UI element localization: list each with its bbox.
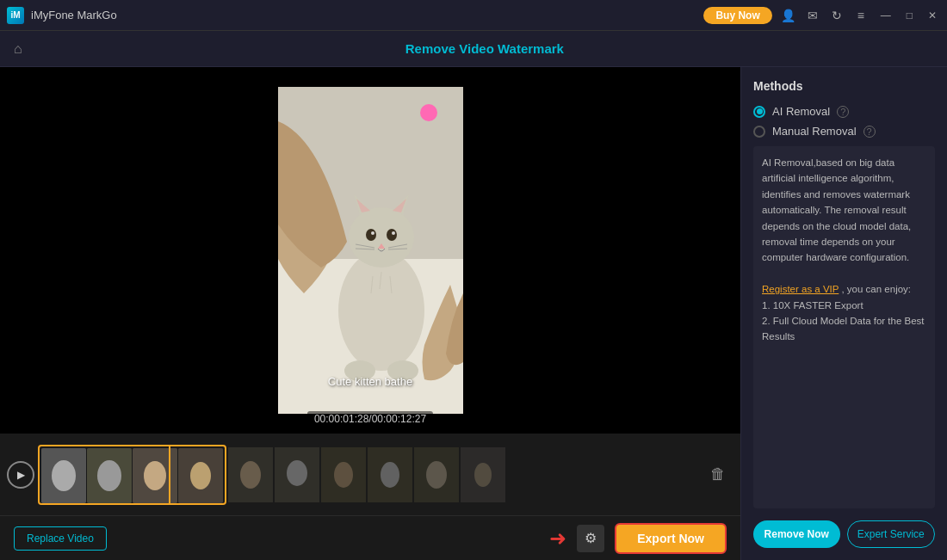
svg-point-37 bbox=[334, 462, 353, 488]
description-text: AI Removal,based on big data artificial … bbox=[762, 157, 911, 262]
app-title: iMyFone MarkGo bbox=[31, 9, 117, 22]
svg-point-10 bbox=[387, 229, 397, 241]
thumbnail-9 bbox=[414, 447, 459, 502]
svg-point-11 bbox=[371, 231, 374, 235]
arrow-icon: ➜ bbox=[549, 526, 566, 551]
title-bar: iM iMyFone MarkGo Buy Now 👤 ✉ ↻ ≡ — □ ✕ bbox=[0, 0, 947, 31]
svg-point-29 bbox=[144, 461, 166, 490]
thumbnail-10 bbox=[461, 447, 505, 502]
vip-suffix: , you can enjoy: bbox=[841, 284, 911, 294]
thumbnail-6 bbox=[275, 447, 319, 502]
export-now-button[interactable]: Export Now bbox=[615, 523, 727, 554]
video-content bbox=[278, 87, 463, 414]
title-bar-right: Buy Now 👤 ✉ ↻ ≡ — □ ✕ bbox=[703, 7, 940, 24]
video-preview: Cute kitten bathe 00:00:01:28/00:00:12:2… bbox=[0, 67, 740, 434]
bottom-right: ➜ ⚙ Export Now bbox=[549, 523, 727, 554]
description-box: AI Removal,based on big data artificial … bbox=[753, 146, 935, 508]
expert-service-button[interactable]: Expert Service bbox=[847, 520, 936, 548]
vip-benefit-1: 1. 10X FASTER Export bbox=[762, 300, 863, 311]
ai-removal-info-icon[interactable]: ? bbox=[837, 106, 849, 118]
home-icon[interactable]: ⌂ bbox=[14, 41, 22, 57]
title-bar-left: iM iMyFone MarkGo bbox=[7, 7, 117, 24]
maximize-button[interactable]: □ bbox=[903, 8, 916, 23]
svg-point-41 bbox=[426, 461, 447, 489]
delete-button[interactable]: 🗑 bbox=[703, 459, 733, 490]
svg-point-25 bbox=[52, 460, 76, 491]
ai-removal-label: AI Removal bbox=[772, 105, 830, 118]
thumbnail-3 bbox=[133, 448, 177, 503]
menu-icon[interactable]: ≡ bbox=[853, 9, 869, 22]
video-watermark-text: Cute kitten bathe bbox=[328, 375, 412, 388]
ai-removal-radio[interactable] bbox=[753, 106, 765, 118]
svg-point-12 bbox=[392, 231, 395, 235]
svg-point-4 bbox=[349, 207, 414, 268]
main-content: Cute kitten bathe 00:00:01:28/00:00:12:2… bbox=[0, 67, 947, 560]
user-icon[interactable]: 👤 bbox=[781, 9, 796, 22]
action-buttons: Remove Now Expert Service bbox=[753, 520, 935, 548]
close-button[interactable]: ✕ bbox=[925, 8, 940, 23]
svg-point-39 bbox=[381, 462, 399, 488]
timeline-area: ▶ bbox=[0, 434, 740, 515]
svg-point-43 bbox=[474, 463, 492, 487]
thumbnail-1 bbox=[41, 448, 86, 503]
settings-button[interactable]: ⚙ bbox=[577, 525, 604, 552]
svg-point-31 bbox=[190, 462, 211, 489]
left-panel: Cute kitten bathe 00:00:01:28/00:00:12:2… bbox=[0, 67, 740, 560]
svg-point-27 bbox=[97, 460, 121, 491]
right-panel: Methods AI Removal ? Manual Removal ? AI… bbox=[740, 67, 947, 560]
svg-point-35 bbox=[287, 460, 307, 486]
vip-link[interactable]: Register as a VIP bbox=[762, 284, 839, 294]
buy-now-button[interactable]: Buy Now bbox=[703, 7, 771, 24]
manual-removal-radio[interactable] bbox=[753, 126, 765, 138]
svg-point-23 bbox=[420, 104, 437, 121]
methods-title: Methods bbox=[753, 79, 935, 93]
ai-removal-option[interactable]: AI Removal ? bbox=[753, 105, 935, 118]
manual-removal-info-icon[interactable]: ? bbox=[863, 126, 876, 138]
playhead bbox=[169, 446, 170, 503]
replace-video-button[interactable]: Replace Video bbox=[14, 526, 107, 551]
thumbnail-4 bbox=[178, 448, 223, 503]
thumbnail-5 bbox=[228, 447, 273, 502]
manual-removal-option[interactable]: Manual Removal ? bbox=[753, 125, 935, 138]
timeline-strip bbox=[38, 445, 699, 505]
thumbnail-8 bbox=[368, 447, 412, 502]
vip-benefit-2: 2. Full Cloud Model Data for the Best Re… bbox=[762, 316, 925, 342]
timeline-selected-segment bbox=[38, 445, 226, 505]
play-button[interactable]: ▶ bbox=[7, 461, 34, 489]
page-title: Remove Video Watermark bbox=[36, 41, 933, 56]
removal-method-group: AI Removal ? Manual Removal ? bbox=[753, 105, 935, 138]
manual-removal-label: Manual Removal bbox=[772, 125, 857, 138]
svg-point-9 bbox=[366, 229, 376, 241]
video-timestamp: 00:00:01:28/00:00:12:27 bbox=[307, 411, 433, 427]
remove-now-button[interactable]: Remove Now bbox=[753, 520, 840, 548]
thumbnail-2 bbox=[87, 448, 132, 503]
video-frame: Cute kitten bathe bbox=[278, 87, 463, 414]
app-logo: iM bbox=[7, 7, 24, 24]
refresh-icon[interactable]: ↻ bbox=[829, 9, 845, 22]
mail-icon[interactable]: ✉ bbox=[805, 9, 820, 22]
svg-point-33 bbox=[240, 461, 261, 489]
minimize-button[interactable]: — bbox=[877, 8, 894, 23]
thumbnail-7 bbox=[321, 447, 366, 502]
header-bar: ⌂ Remove Video Watermark bbox=[0, 31, 947, 67]
bottom-bar: Replace Video ➜ ⚙ Export Now bbox=[0, 515, 740, 560]
svg-point-3 bbox=[338, 250, 424, 371]
